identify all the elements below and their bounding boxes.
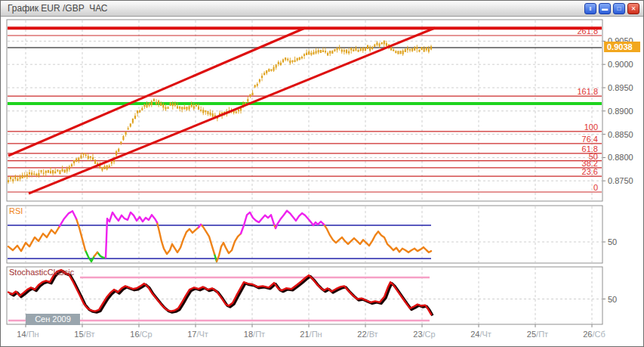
- stoch-50-label: 50: [608, 295, 617, 304]
- x-axis-label: 21/Пн: [300, 330, 322, 339]
- title-bar[interactable]: График EUR /GBP ЧАС ‖ ▬ □ ✕: [1, 1, 643, 17]
- x-axis-label: 24/Чт: [470, 330, 491, 339]
- x-axis-label: 26/Сб: [583, 330, 605, 339]
- close-button[interactable]: ✕: [627, 3, 639, 14]
- x-axis-label: 18/Пт: [244, 330, 265, 339]
- x-axis-label: 15/Вт: [74, 330, 94, 339]
- x-axis-label: 16/Ср: [130, 330, 152, 339]
- pin-button[interactable]: ‖: [584, 3, 596, 14]
- current-price-label: 0.9038: [607, 42, 633, 51]
- fib-level-label: 23.6: [582, 167, 598, 176]
- price-plot-area[interactable]: [7, 20, 602, 201]
- price-axis-label: 0.9000: [608, 60, 633, 69]
- fib-level-label: 0: [593, 183, 598, 192]
- x-axis-label: 22/Вт: [357, 330, 377, 339]
- fib-level-label: 161.8: [577, 87, 598, 96]
- rsi-50-label: 50: [608, 237, 617, 246]
- price-axis-label: 0.8750: [608, 176, 633, 185]
- x-axis-label: 17/Чт: [187, 330, 208, 339]
- price-axis-label: 0.8800: [608, 153, 633, 162]
- chart-canvas: 261.8161.810076.461.85038.223.600.90500.…: [1, 17, 644, 347]
- stochastic-plot-area[interactable]: [7, 267, 602, 324]
- month-label: Сен 2009: [35, 314, 71, 324]
- rsi-label: RSI: [9, 206, 23, 215]
- minimize-button[interactable]: ▬: [599, 3, 611, 14]
- stochastic-label: StochasticClassic: [9, 268, 75, 277]
- fib-level-label: 76.4: [582, 135, 598, 144]
- price-axis-label: 0.8850: [608, 130, 633, 139]
- price-axis-label: 0.8950: [608, 83, 633, 92]
- x-axis-label: 25/Пт: [527, 330, 548, 339]
- x-axis-label: 23/Ср: [413, 330, 435, 339]
- fib-level-label: 100: [584, 122, 598, 132]
- price-axis-label: 0.8900: [608, 107, 633, 116]
- window-title: График EUR /GBP ЧАС: [5, 3, 582, 14]
- chart-window: График EUR /GBP ЧАС ‖ ▬ □ ✕ 261.8161.810…: [0, 0, 644, 347]
- maximize-button[interactable]: □: [613, 3, 625, 14]
- x-axis-label: 14/Пн: [17, 330, 39, 339]
